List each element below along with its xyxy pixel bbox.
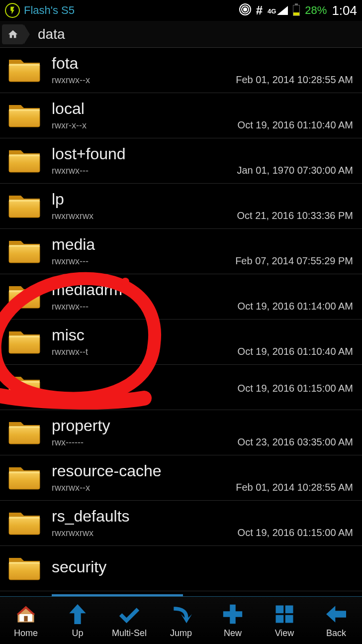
file-row[interactable]: lp rwxrwxrwx Oct 21, 2016 10:33:36 PM bbox=[0, 184, 362, 229]
file-date: Feb 07, 2014 07:55:29 PM bbox=[235, 255, 353, 267]
file-date: Oct 21, 2016 10:33:36 PM bbox=[237, 210, 354, 221]
svg-rect-14 bbox=[9, 290, 40, 292]
file-row[interactable]: media rwxrwx--- Feb 07, 2014 07:55:29 PM bbox=[0, 229, 362, 274]
svg-rect-3 bbox=[9, 64, 40, 82]
file-permissions: rwxr-x--x bbox=[52, 120, 87, 131]
jump-label: Jump bbox=[170, 628, 192, 639]
svg-rect-22 bbox=[9, 471, 40, 473]
file-permissions: rwxrwx--t bbox=[52, 347, 88, 357]
file-date: Oct 19, 2016 01:14:00 AM bbox=[238, 301, 353, 312]
svg-rect-21 bbox=[9, 471, 40, 489]
file-name: security bbox=[52, 558, 353, 576]
view-button[interactable]: View bbox=[259, 597, 310, 644]
file-row[interactable]: rs_defaults rwxrwxrwx Oct 19, 2016 01:15… bbox=[0, 501, 362, 546]
svg-rect-5 bbox=[9, 109, 40, 127]
folder-icon bbox=[7, 283, 42, 310]
file-row[interactable]: fota rwxrwx--x Feb 01, 2014 10:28:55 AM bbox=[0, 48, 362, 93]
svg-rect-9 bbox=[9, 200, 40, 217]
jump-button[interactable]: Jump bbox=[155, 597, 207, 644]
multisel-label: Multi-Sel bbox=[112, 628, 147, 639]
file-date: Oct 19, 2016 01:15:00 AM bbox=[238, 383, 353, 394]
svg-rect-8 bbox=[9, 154, 40, 156]
svg-rect-16 bbox=[9, 335, 40, 337]
file-permissions: rwxrwxrwx bbox=[52, 528, 93, 538]
svg-rect-29 bbox=[24, 616, 27, 622]
file-name: fota bbox=[52, 55, 353, 72]
svg-rect-24 bbox=[9, 517, 40, 519]
folder-icon bbox=[7, 555, 42, 582]
folder-icon bbox=[7, 419, 42, 446]
file-name: media bbox=[52, 236, 353, 253]
file-name: misc bbox=[52, 326, 353, 344]
svg-rect-20 bbox=[9, 426, 40, 428]
svg-rect-30 bbox=[276, 606, 284, 614]
svg-rect-4 bbox=[9, 64, 40, 66]
svg-rect-10 bbox=[9, 200, 40, 202]
home-label: Home bbox=[14, 628, 38, 639]
file-permissions: rwxrwx--- bbox=[52, 256, 89, 267]
breadcrumb-home[interactable] bbox=[2, 24, 24, 44]
new-button[interactable]: New bbox=[207, 597, 259, 644]
file-permissions: rwxrwx--x bbox=[52, 75, 90, 86]
folder-icon bbox=[7, 510, 42, 537]
back-label: Back bbox=[326, 628, 346, 639]
svg-rect-12 bbox=[9, 245, 40, 247]
svg-rect-23 bbox=[9, 517, 40, 535]
file-permissions: rwxrwxrwx bbox=[52, 211, 93, 221]
home-button[interactable]: Home bbox=[0, 597, 52, 644]
file-row[interactable]: resource-cache rwxrwx--x Feb 01, 2014 10… bbox=[0, 455, 362, 501]
folder-icon bbox=[7, 374, 42, 401]
breadcrumb-path[interactable]: data bbox=[38, 26, 65, 42]
file-row[interactable]: lost+found rwxrwx--- Jan 01, 1970 07:30:… bbox=[0, 138, 362, 184]
battery-percent: 28% bbox=[305, 4, 327, 17]
multisel-button[interactable]: Multi-Sel bbox=[103, 597, 155, 644]
file-name: local bbox=[52, 100, 353, 117]
svg-rect-15 bbox=[9, 335, 40, 353]
svg-rect-17 bbox=[9, 381, 40, 399]
folder-icon bbox=[7, 238, 42, 265]
up-button[interactable]: Up bbox=[52, 597, 103, 644]
file-name: rs_defaults bbox=[52, 508, 353, 525]
file-row[interactable]: local rwxr-x--x Oct 19, 2016 01:10:40 AM bbox=[0, 93, 362, 138]
root-hash-icon: # bbox=[256, 3, 263, 17]
view-label: View bbox=[275, 628, 294, 639]
file-date: Jan 01, 1970 07:30:00 AM bbox=[237, 165, 353, 176]
file-name: mediadrm bbox=[52, 281, 353, 299]
file-date: Feb 01, 2014 10:28:55 AM bbox=[236, 482, 353, 493]
svg-rect-31 bbox=[285, 606, 293, 614]
flash-icon bbox=[5, 3, 20, 18]
folder-icon bbox=[7, 328, 42, 355]
file-permissions: rwx------ bbox=[52, 437, 84, 448]
file-permissions: rwxrwx--- bbox=[52, 166, 89, 176]
file-row[interactable]: security bbox=[0, 546, 362, 591]
folder-icon bbox=[7, 193, 42, 219]
svg-rect-19 bbox=[9, 426, 40, 444]
breadcrumb[interactable]: data bbox=[0, 21, 362, 48]
file-row[interactable]: misc rwxrwx--t Oct 19, 2016 01:10:40 AM bbox=[0, 320, 362, 365]
file-date: Feb 01, 2014 10:28:55 AM bbox=[236, 74, 353, 86]
jump-icon bbox=[169, 602, 193, 626]
up-label: Up bbox=[72, 628, 83, 639]
signal-icon bbox=[277, 6, 288, 15]
svg-rect-11 bbox=[9, 245, 40, 263]
back-button[interactable]: Back bbox=[310, 597, 362, 644]
file-permissions: rwxrwx--x bbox=[52, 483, 90, 493]
file-date: Oct 19, 2016 01:10:40 AM bbox=[238, 346, 353, 357]
svg-point-0 bbox=[244, 8, 247, 11]
check-icon bbox=[117, 602, 141, 626]
file-name: resource-cache bbox=[52, 462, 353, 480]
folder-icon bbox=[7, 464, 42, 491]
file-row[interactable]: Oct 19, 2016 01:15:00 AM bbox=[0, 365, 362, 410]
grid-icon bbox=[272, 602, 296, 626]
up-arrow-icon bbox=[66, 602, 90, 626]
new-label: New bbox=[224, 628, 242, 639]
file-list: fota rwxrwx--x Feb 01, 2014 10:28:55 AM … bbox=[0, 48, 362, 591]
svg-rect-32 bbox=[276, 615, 284, 623]
file-row[interactable]: mediadrm rwxrwx--- Oct 19, 2016 01:14:00… bbox=[0, 274, 362, 320]
file-name: lp bbox=[52, 191, 353, 208]
file-name: property bbox=[52, 417, 353, 434]
status-bar: Flash's S5 # 4G 28% 1:04 bbox=[0, 0, 362, 21]
network-4g: 4G bbox=[268, 7, 276, 15]
svg-rect-25 bbox=[9, 562, 40, 580]
file-row[interactable]: property rwx------ Oct 23, 2016 03:35:00… bbox=[0, 410, 362, 455]
